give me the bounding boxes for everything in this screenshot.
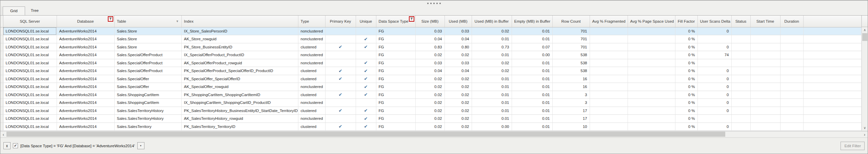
cell-user_scans_delta[interactable] — [697, 35, 731, 43]
cell-row_count[interactable]: 16 — [552, 83, 590, 91]
cell-used_mb_buffer[interactable]: 0.01 — [472, 91, 512, 99]
cell-data_space_type[interactable]: FG — [376, 99, 415, 107]
cell-status[interactable] — [731, 99, 750, 107]
cell-avg_page_space_used[interactable] — [628, 27, 675, 35]
cell-user_scans_delta[interactable] — [697, 59, 731, 67]
cell-table[interactable]: Sales.SalesTerritory — [114, 123, 181, 131]
cell-data_space_type[interactable]: FG — [376, 123, 415, 131]
cell-unique[interactable]: ✔ — [356, 59, 376, 67]
cell-table[interactable]: Sales.SalesTerritoryHistory — [114, 115, 181, 123]
cell-used_mb[interactable]: 0.80 — [445, 43, 472, 51]
cell-duration[interactable] — [780, 51, 803, 59]
cell-primary_key[interactable] — [325, 51, 356, 59]
cell-data_space_type[interactable]: FG — [376, 67, 415, 75]
cell-used_mb[interactable]: 0.02 — [445, 99, 472, 107]
cell-primary_key[interactable] — [325, 35, 356, 43]
cell-duration[interactable] — [780, 59, 803, 67]
cell-database[interactable]: AdventureWorks2014 — [57, 75, 114, 83]
cell-type[interactable]: nonclustered — [298, 83, 325, 91]
cell-fill_factor[interactable]: 0 % — [675, 115, 697, 123]
cell-type[interactable]: clustered — [298, 75, 325, 83]
cell-fill_factor[interactable]: 0 % — [675, 83, 697, 91]
cell-used_mb_buffer[interactable]: 0.73 — [472, 43, 512, 51]
cell-database[interactable]: AdventureWorks2014 — [57, 59, 114, 67]
cell-primary_key[interactable]: ✔ — [325, 107, 356, 115]
cell-database[interactable]: AdventureWorks2014 — [57, 107, 114, 115]
cell-index[interactable]: AK_SpecialOffer_rowguid — [181, 83, 298, 91]
cell-used_mb[interactable]: 0.02 — [445, 123, 472, 131]
cell-used_mb_buffer[interactable]: 0.00 — [472, 123, 512, 131]
close-filter-button[interactable]: x — [3, 142, 11, 149]
cell-empty_mb_buffer[interactable]: 0.01 — [512, 59, 552, 67]
table-row[interactable]: LONDONSQL01.se.localAdventureWorks2014Sa… — [0, 83, 862, 91]
cell-unique[interactable]: ✔ — [356, 35, 376, 43]
edit-filter-button[interactable]: Edit Filter — [841, 141, 865, 150]
column-header-sql_server[interactable]: SQL Server — [3, 16, 57, 27]
cell-sql_server[interactable]: LONDONSQL01.se.local — [3, 115, 57, 123]
cell-status[interactable] — [731, 51, 750, 59]
cell-unique[interactable]: ✔ — [356, 75, 376, 83]
cell-row_count[interactable]: 538 — [552, 51, 590, 59]
cell-status[interactable] — [731, 115, 750, 123]
cell-fill_factor[interactable]: 0 % — [675, 107, 697, 115]
cell-user_scans_delta[interactable]: 0 — [697, 123, 731, 131]
vertical-scrollbar[interactable]: ∧ ∨ — [862, 27, 868, 131]
cell-row_count[interactable]: 17 — [552, 107, 590, 115]
cell-unique[interactable] — [356, 27, 376, 35]
cell-avg_page_space_used[interactable] — [628, 91, 675, 99]
cell-index[interactable]: AK_SalesTerritoryHistory_rowguid — [181, 115, 298, 123]
table-row[interactable]: LONDONSQL01.se.localAdventureWorks2014Sa… — [0, 75, 862, 83]
cell-start_time[interactable] — [750, 67, 780, 75]
cell-duration[interactable] — [780, 43, 803, 51]
cell-data_space_type[interactable]: FG — [376, 59, 415, 67]
cell-fill_factor[interactable]: 0 % — [675, 91, 697, 99]
cell-duration[interactable] — [780, 91, 803, 99]
cell-avg_fragmented[interactable] — [590, 115, 628, 123]
cell-user_scans_delta[interactable] — [697, 115, 731, 123]
cell-data_space_type[interactable]: FG — [376, 83, 415, 91]
cell-start_time[interactable] — [750, 99, 780, 107]
cell-avg_page_space_used[interactable] — [628, 83, 675, 91]
cell-type[interactable]: nonclustered — [298, 59, 325, 67]
cell-fill_factor[interactable]: 0 % — [675, 51, 697, 59]
cell-index[interactable]: PK_SpecialOffer_SpecialOfferID — [181, 75, 298, 83]
column-header-duration[interactable]: Duration — [780, 16, 803, 27]
cell-index[interactable]: AK_Store_rowguid — [181, 35, 298, 43]
cell-data_space_type[interactable]: FG — [376, 27, 415, 35]
cell-primary_key[interactable]: ✔ — [325, 123, 356, 131]
cell-user_scans_delta[interactable]: 0 — [697, 67, 731, 75]
column-header-primary_key[interactable]: Primary Key — [325, 16, 356, 27]
cell-status[interactable] — [731, 107, 750, 115]
cell-start_time[interactable] — [750, 27, 780, 35]
cell-size_mb[interactable]: 0.04 — [415, 67, 445, 75]
tab-grid[interactable]: Grid — [3, 6, 25, 15]
cell-size_mb[interactable]: 0.02 — [415, 123, 445, 131]
cell-size_mb[interactable]: 0.03 — [415, 59, 445, 67]
cell-used_mb_buffer[interactable]: 0.02 — [472, 59, 512, 67]
column-header-row_count[interactable]: Row Count — [552, 16, 590, 27]
column-header-data_space_type[interactable]: Data Space Type — [376, 16, 415, 27]
cell-unique[interactable] — [356, 99, 376, 107]
cell-duration[interactable] — [780, 123, 803, 131]
cell-used_mb_buffer[interactable]: 0.01 — [472, 83, 512, 91]
cell-fill_factor[interactable]: 0 % — [675, 59, 697, 67]
cell-status[interactable] — [731, 67, 750, 75]
cell-type[interactable]: nonclustered — [298, 51, 325, 59]
table-row[interactable]: LONDONSQL01.se.localAdventureWorks2014Sa… — [0, 107, 862, 115]
cell-database[interactable]: AdventureWorks2014 — [57, 123, 114, 131]
cell-row_count[interactable]: 16 — [552, 75, 590, 83]
cell-index[interactable]: PK_SpecialOfferProduct_SpecialOfferID_Pr… — [181, 67, 298, 75]
cell-user_scans_delta[interactable]: 0 — [697, 107, 731, 115]
cell-avg_page_space_used[interactable] — [628, 67, 675, 75]
cell-fill_factor[interactable]: 0 % — [675, 123, 697, 131]
column-header-status[interactable]: Status — [731, 16, 750, 27]
cell-user_scans_delta[interactable]: 0 — [697, 75, 731, 83]
cell-unique[interactable] — [356, 51, 376, 59]
cell-used_mb[interactable]: 0.02 — [445, 91, 472, 99]
cell-type[interactable]: clustered — [298, 43, 325, 51]
cell-start_time[interactable] — [750, 123, 780, 131]
cell-database[interactable]: AdventureWorks2014 — [57, 43, 114, 51]
cell-unique[interactable]: ✔ — [356, 91, 376, 99]
cell-empty_mb_buffer[interactable]: 0.01 — [512, 91, 552, 99]
cell-row_count[interactable]: 701 — [552, 35, 590, 43]
